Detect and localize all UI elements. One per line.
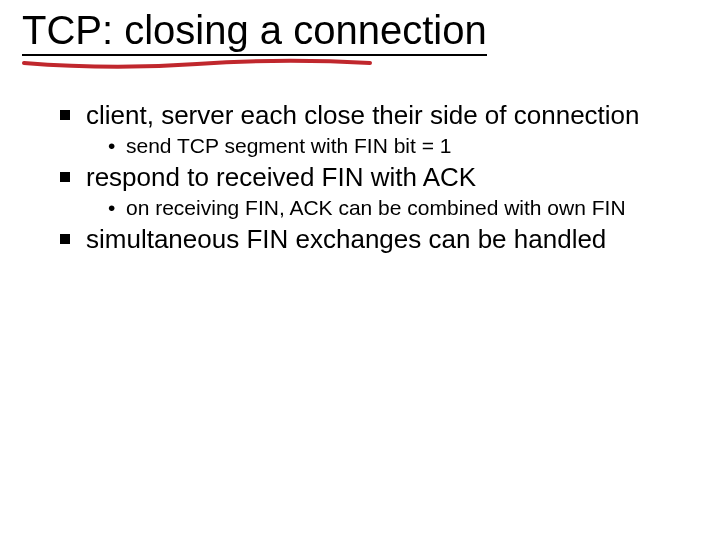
slide: TCP: closing a connection client, server…	[0, 0, 720, 540]
sub-bullet-text: send TCP segment with FIN bit = 1	[126, 134, 451, 157]
bullet-text: simultaneous FIN exchanges can be handle…	[86, 224, 606, 254]
bullet-text: client, server each close their side of …	[86, 100, 640, 130]
bullet-list: client, server each close their side of …	[60, 100, 680, 254]
sub-bullet-list: on receiving FIN, ACK can be combined wi…	[86, 195, 680, 220]
bullet-item: simultaneous FIN exchanges can be handle…	[60, 224, 680, 255]
bullet-item: client, server each close their side of …	[60, 100, 680, 158]
title-container: TCP: closing a connection	[22, 8, 487, 56]
sub-bullet-list: send TCP segment with FIN bit = 1	[86, 133, 680, 158]
bullet-text: respond to received FIN with ACK	[86, 162, 476, 192]
sub-bullet-item: send TCP segment with FIN bit = 1	[108, 133, 680, 158]
sub-bullet-text: on receiving FIN, ACK can be combined wi…	[126, 196, 626, 219]
content-area: client, server each close their side of …	[60, 100, 680, 256]
slide-title: TCP: closing a connection	[22, 8, 487, 56]
bullet-item: respond to received FIN with ACK on rece…	[60, 162, 680, 220]
sub-bullet-item: on receiving FIN, ACK can be combined wi…	[108, 195, 680, 220]
title-annotation-underline	[22, 57, 372, 77]
